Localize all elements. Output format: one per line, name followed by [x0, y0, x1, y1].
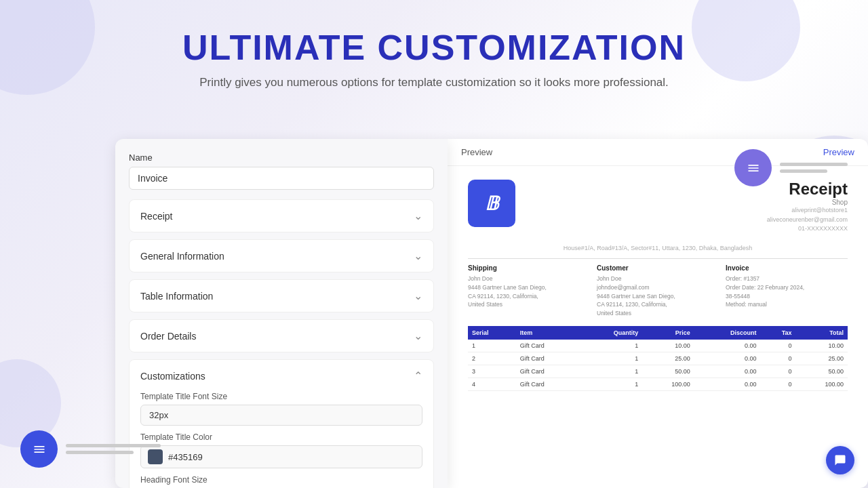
header: ULTIMATE CUSTOMIZATION Printly gives you… [0, 0, 868, 103]
preview-label: Preview [461, 147, 492, 157]
cell-total: 100.00 [795, 378, 848, 390]
float-lines-right [780, 163, 848, 173]
col-tax: Tax [761, 326, 796, 340]
name-input[interactable] [129, 167, 434, 190]
shipping-text: John Doe9448 Gartner Lane San Diego,CA 9… [468, 274, 590, 309]
float-circle-blue[interactable] [20, 430, 58, 468]
chat-button[interactable] [826, 446, 854, 474]
customer-col: Customer John Doejohndoe@gmail.com9448 G… [597, 264, 719, 318]
customer-text: John Doejohndoe@gmail.com9448 Gartner La… [597, 274, 719, 318]
preview-content: 𝔹 Receipt Shop aliveprint@hotstore1 aliv… [448, 166, 868, 405]
accordion-table-info[interactable]: Table Information ⌄ [129, 279, 434, 312]
cell-total: 10.00 [795, 340, 848, 352]
table-row: 2 Gift Card 1 25.00 0.00 0 25.00 [468, 352, 848, 365]
accordion-table-label: Table Information [140, 291, 213, 302]
table-row: 1 Gift Card 1 10.00 0.00 0 10.00 [468, 340, 848, 352]
right-panel: Preview Preview 𝔹 Receipt Shop aliveprin… [448, 139, 868, 488]
cell-price: 50.00 [642, 365, 694, 378]
chevron-down-icon: ⌄ [414, 209, 422, 222]
heading-font-size-label: Heading Font Size [140, 475, 422, 485]
accordion-order-header[interactable]: Order Details ⌄ [130, 320, 433, 352]
color-input-wrapper [140, 445, 422, 468]
accordion-order-details[interactable]: Order Details ⌄ [129, 319, 434, 352]
col-serial: Serial [468, 326, 516, 340]
col-price: Price [642, 326, 694, 340]
cell-serial: 2 [468, 352, 516, 365]
receipt-shop: Shop [767, 199, 848, 206]
float-line-2 [66, 451, 134, 454]
float-widget-right [734, 149, 848, 186]
accordion-order-label: Order Details [140, 331, 196, 342]
main-container: Name Receipt ⌄ General Information ⌄ Tab… [115, 139, 868, 488]
receipt-top: 𝔹 Receipt Shop aliveprint@hotstore1 aliv… [468, 180, 848, 234]
shipping-col: Shipping John Doe9448 Gartner Lane San D… [468, 264, 590, 318]
cell-item: Gift Card [516, 378, 579, 390]
chevron-up-icon: ⌃ [414, 369, 422, 382]
receipt-title-area: Receipt Shop aliveprint@hotstore1 alivec… [767, 180, 848, 234]
menu-icon-right [747, 161, 760, 175]
name-field-group: Name [129, 152, 434, 190]
left-panel: Name Receipt ⌄ General Information ⌄ Tab… [115, 139, 448, 488]
float-circle-purple[interactable] [734, 149, 772, 186]
receipt-info-line-2: aliveconeurenber@gmail.com [767, 216, 848, 225]
receipt-info-line-3: 01-XXXXXXXXXX [767, 224, 848, 234]
logo-icon: 𝔹 [485, 192, 498, 215]
col-item: Item [516, 326, 579, 340]
cell-tax: 0 [761, 352, 796, 365]
template-title-color-label: Template Title Color [140, 432, 422, 442]
cell-discount: 0.00 [694, 340, 761, 352]
cell-item: Gift Card [516, 340, 579, 352]
chevron-down-icon-3: ⌄ [414, 289, 422, 302]
page-title: ULTIMATE CUSTOMIZATION [14, 27, 854, 68]
customizations-section: Customizations ⌃ Template Title Font Siz… [129, 359, 434, 488]
chevron-down-icon-2: ⌄ [414, 249, 422, 262]
cell-serial: 3 [468, 365, 516, 378]
chat-icon [834, 454, 846, 466]
accordion-general-info[interactable]: General Information ⌄ [129, 239, 434, 272]
accordion-general-header[interactable]: General Information ⌄ [130, 240, 433, 272]
table-row: 3 Gift Card 1 50.00 0.00 0 50.00 [468, 365, 848, 378]
accordion-table-header[interactable]: Table Information ⌄ [130, 280, 433, 312]
cell-discount: 0.00 [694, 378, 761, 390]
template-title-font-size-input[interactable] [140, 405, 422, 426]
table-row: 4 Gift Card 1 100.00 0.00 0 100.00 [468, 378, 848, 390]
cell-item: Gift Card [516, 352, 579, 365]
accordion-receipt-label: Receipt [140, 211, 172, 222]
col-total: Total [795, 326, 848, 340]
receipt-table: Serial Item Quantity Price Discount Tax … [468, 326, 848, 391]
accordion-general-label: General Information [140, 251, 224, 262]
cell-discount: 0.00 [694, 365, 761, 378]
customizations-title: Customizations [140, 371, 205, 382]
cell-discount: 0.00 [694, 352, 761, 365]
customer-title: Customer [597, 264, 719, 272]
receipt-document: 𝔹 Receipt Shop aliveprint@hotstore1 aliv… [468, 180, 848, 391]
float-line-4 [780, 169, 827, 173]
cell-serial: 1 [468, 340, 516, 352]
cell-qty: 1 [579, 365, 643, 378]
cell-price: 10.00 [642, 340, 694, 352]
accordion-receipt[interactable]: Receipt ⌄ [129, 199, 434, 232]
receipt-cols: Shipping John Doe9448 Gartner Lane San D… [468, 264, 848, 318]
chevron-down-icon-4: ⌄ [414, 329, 422, 342]
float-widget-left [20, 430, 161, 468]
cell-tax: 0 [761, 378, 796, 390]
cell-qty: 1 [579, 378, 643, 390]
float-lines-left [66, 444, 161, 454]
col-discount: Discount [694, 326, 761, 340]
template-title-font-size-label: Template Title Font Size [140, 392, 422, 401]
float-line-3 [780, 163, 848, 166]
customizations-header[interactable]: Customizations ⌃ [140, 369, 422, 382]
receipt-divider-1 [468, 258, 848, 259]
invoice-title: Invoice [726, 264, 848, 272]
receipt-address: House#1/A, Road#13/A, Sector#11, Uttara,… [468, 244, 848, 253]
page-subtitle: Printly gives you numerous options for t… [14, 76, 854, 89]
receipt-logo: 𝔹 [468, 180, 515, 227]
cell-total: 25.00 [795, 352, 848, 365]
cell-qty: 1 [579, 340, 643, 352]
float-line-1 [66, 444, 161, 447]
name-label: Name [129, 152, 434, 163]
template-title-color-input[interactable] [168, 452, 415, 462]
accordion-receipt-header[interactable]: Receipt ⌄ [130, 200, 433, 232]
cell-item: Gift Card [516, 365, 579, 378]
cell-tax: 0 [761, 365, 796, 378]
